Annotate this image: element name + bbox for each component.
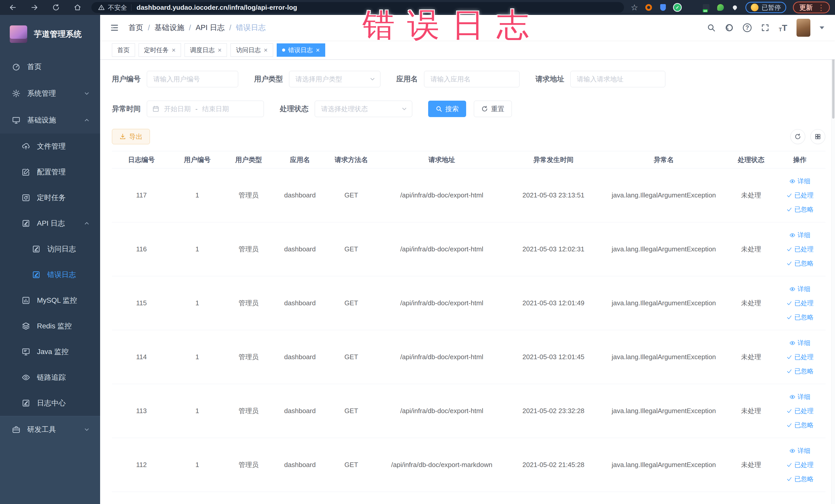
edit-icon bbox=[22, 168, 30, 176]
sidebar-item-file-management[interactable]: 文件管理 bbox=[0, 134, 100, 159]
github-icon[interactable] bbox=[725, 23, 734, 32]
sidebar-item-access-log[interactable]: 访问日志 bbox=[0, 236, 100, 262]
action-link-detail[interactable]: 详细 bbox=[789, 230, 810, 240]
column-settings-icon[interactable] bbox=[810, 129, 825, 144]
action-label: 已忽略 bbox=[794, 475, 814, 483]
browser-reload-icon[interactable] bbox=[51, 2, 61, 13]
user-type-select[interactable] bbox=[289, 75, 380, 83]
close-icon[interactable]: × bbox=[316, 47, 320, 54]
table-cell-userId: 1 bbox=[171, 460, 224, 469]
page-scrollbar[interactable] bbox=[831, 15, 835, 504]
sidebar-item-error-log[interactable]: 错误日志 bbox=[0, 262, 100, 287]
action-link-ignored[interactable]: 已忽略 bbox=[786, 421, 814, 429]
table-cell-operations: 详细已处理已忽略 bbox=[774, 446, 826, 483]
extension-grid-icon[interactable] bbox=[688, 4, 696, 11]
address-bar[interactable]: 不安全 dashboard.yudao.iocoder.cn/infra/log… bbox=[91, 2, 624, 13]
refresh-table-icon[interactable] bbox=[790, 129, 805, 144]
column-header-appName: 应用名 bbox=[273, 155, 326, 164]
sidebar-item-infrastructure[interactable]: 基础设施 bbox=[0, 107, 100, 134]
tab-access-log[interactable]: 访问日志× bbox=[230, 43, 273, 57]
chevron-up-icon bbox=[83, 117, 90, 124]
tab-scheduled-tasks[interactable]: 定时任务× bbox=[139, 43, 181, 57]
sidebar-item-trace[interactable]: 链路追踪 bbox=[0, 365, 100, 390]
action-link-ignored[interactable]: 已忽略 bbox=[786, 205, 814, 214]
user-id-input[interactable] bbox=[147, 75, 238, 83]
search-icon[interactable] bbox=[707, 23, 716, 32]
sidebar-item-scheduled-tasks[interactable]: 定时任务 bbox=[0, 185, 100, 210]
table-cell-time: 2021-05-02 23:32:28 bbox=[507, 406, 599, 416]
action-link-processed[interactable]: 已处理 bbox=[786, 299, 814, 308]
action-link-ignored[interactable]: 已忽略 bbox=[786, 367, 814, 376]
sidebar-item-home[interactable]: 首页 bbox=[0, 54, 100, 80]
app-logo[interactable]: 芋道管理系统 bbox=[0, 15, 100, 54]
security-badge[interactable]: 不安全 bbox=[108, 3, 127, 12]
sidebar-item-mysql-monitor[interactable]: MySQL 监控 bbox=[0, 287, 100, 313]
search-button[interactable]: 搜索 bbox=[428, 101, 466, 117]
extension-blue-icon[interactable] bbox=[659, 4, 667, 11]
sidebar-toggle-icon[interactable] bbox=[109, 22, 120, 33]
sidebar-item-label: 首页 bbox=[27, 62, 42, 72]
column-header-userId: 用户编号 bbox=[171, 155, 224, 164]
extension-orange-icon[interactable] bbox=[645, 4, 652, 11]
sidebar-item-api-log[interactable]: API 日志 bbox=[0, 210, 100, 236]
request-url-input[interactable] bbox=[571, 75, 665, 83]
tab-schedule-log[interactable]: 调度日志× bbox=[185, 43, 227, 57]
breadcrumb-item[interactable]: 首页 bbox=[128, 23, 143, 33]
help-icon[interactable]: ? bbox=[743, 23, 752, 32]
action-link-processed[interactable]: 已处理 bbox=[786, 406, 814, 416]
paused-badge[interactable]: 已暂停 bbox=[746, 2, 786, 13]
sidebar-item-dev-tools[interactable]: 研发工具 bbox=[0, 416, 100, 443]
user-avatar[interactable] bbox=[796, 19, 810, 37]
avatar-caret-icon[interactable] bbox=[820, 26, 824, 29]
action-link-ignored[interactable]: 已忽略 bbox=[786, 313, 814, 322]
action-link-detail[interactable]: 详细 bbox=[789, 338, 810, 347]
date-range-picker[interactable]: 开始日期 - 结束日期 bbox=[147, 101, 264, 117]
breadcrumb-item[interactable]: 基础设施 bbox=[155, 23, 184, 33]
browser-menu-icon[interactable]: ⋮ bbox=[817, 3, 825, 12]
export-button[interactable]: 导出 bbox=[112, 129, 150, 144]
app-name-input[interactable] bbox=[424, 75, 519, 83]
font-size-icon[interactable]: TT bbox=[779, 23, 787, 32]
tab-home[interactable]: 首页 bbox=[112, 43, 135, 57]
extension-leaf-icon[interactable] bbox=[717, 4, 725, 11]
action-link-processed[interactable]: 已处理 bbox=[786, 191, 814, 200]
close-icon[interactable]: × bbox=[172, 47, 176, 54]
browser-home-icon[interactable] bbox=[73, 2, 83, 13]
bookmark-star-icon[interactable]: ☆ bbox=[631, 3, 638, 12]
browser-back-icon[interactable] bbox=[8, 2, 18, 13]
tab-error-log[interactable]: 错误日志× bbox=[277, 43, 325, 57]
action-link-processed[interactable]: 已处理 bbox=[786, 460, 814, 469]
action-link-detail[interactable]: 详细 bbox=[789, 446, 810, 455]
action-link-ignored[interactable]: 已忽略 bbox=[786, 259, 814, 268]
sidebar-item-redis-monitor[interactable]: Redis 监控 bbox=[0, 313, 100, 339]
sidebar-item-system-management[interactable]: 系统管理 bbox=[0, 80, 100, 107]
extension-green-check-icon[interactable]: ✓ bbox=[674, 4, 681, 11]
fullscreen-icon[interactable] bbox=[761, 23, 770, 32]
action-link-detail[interactable]: 详细 bbox=[789, 284, 810, 294]
sidebar-item-log-center[interactable]: 日志中心 bbox=[0, 390, 100, 416]
view-icon bbox=[789, 448, 795, 454]
breadcrumb-item[interactable]: API 日志 bbox=[196, 23, 225, 33]
close-icon[interactable]: × bbox=[264, 47, 267, 54]
close-icon[interactable]: × bbox=[218, 47, 222, 54]
check-icon bbox=[786, 300, 792, 306]
browser-update-button[interactable]: 更新 ⋮ bbox=[793, 2, 830, 13]
action-link-processed[interactable]: 已处理 bbox=[786, 245, 814, 254]
exception-time-label: 异常时间 bbox=[112, 104, 141, 114]
process-status-select[interactable] bbox=[315, 105, 412, 113]
reset-button[interactable]: 重置 bbox=[474, 101, 512, 117]
action-link-detail[interactable]: 详细 bbox=[789, 177, 810, 186]
action-link-ignored[interactable]: 已忽略 bbox=[786, 475, 814, 483]
extension-on-switch-icon[interactable]: on bbox=[702, 4, 710, 11]
breadcrumb-separator: / bbox=[229, 24, 231, 32]
check-icon bbox=[786, 260, 792, 266]
action-link-processed[interactable]: 已处理 bbox=[786, 352, 814, 362]
not-secure-warning-icon bbox=[98, 4, 105, 11]
extension-pin-icon[interactable] bbox=[731, 4, 739, 11]
sidebar-item-config-management[interactable]: 配置管理 bbox=[0, 159, 100, 185]
action-link-detail[interactable]: 详细 bbox=[789, 392, 810, 401]
java-icon bbox=[22, 347, 30, 356]
browser-forward-icon[interactable] bbox=[29, 2, 40, 13]
column-header-time: 异常发生时间 bbox=[507, 155, 599, 164]
sidebar-item-java-monitor[interactable]: Java 监控 bbox=[0, 339, 100, 365]
